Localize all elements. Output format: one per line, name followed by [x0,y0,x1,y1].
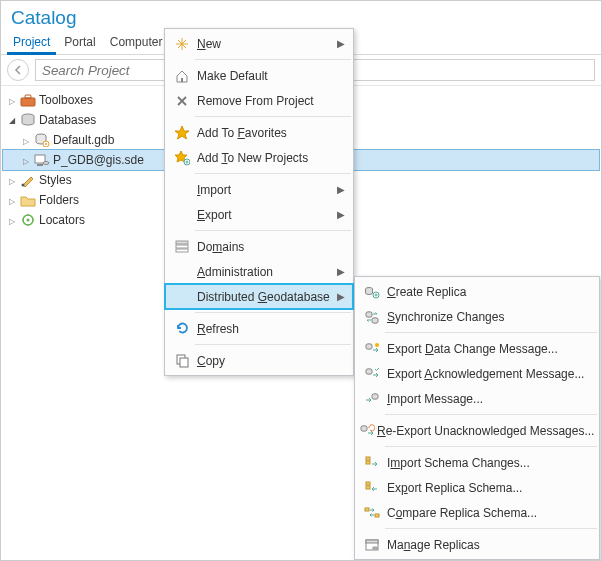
menu-label: Distributed Geodatabase [195,290,337,304]
tab-project[interactable]: Project [7,31,56,54]
chevron-right-icon: ▶ [337,209,345,220]
domains-icon [169,239,195,255]
svg-point-8 [22,184,25,187]
arrow-left-icon [12,64,24,76]
menu-administration[interactable]: Administration ▶ [165,259,353,284]
sync-icon [359,309,385,325]
chevron-right-icon: ▶ [337,291,345,302]
expand-icon[interactable] [19,155,33,166]
submenu-export-data-message[interactable]: Export Data Change Message... [355,336,599,361]
menu-refresh[interactable]: Refresh [165,316,353,341]
import-schema-icon [359,455,385,471]
chevron-right-icon: ▶ [337,38,345,49]
svg-rect-28 [366,461,370,464]
menu-label: Synchronize Changes [385,310,591,324]
menu-add-new-projects[interactable]: Add To New Projects [165,145,353,170]
menu-label: Create Replica [385,285,591,299]
svg-rect-32 [375,514,379,517]
locator-icon [19,213,37,227]
expand-icon[interactable] [5,195,19,206]
submenu-export-schema[interactable]: Export Replica Schema... [355,475,599,500]
tree-label: P_GDB@gis.sde [51,153,144,167]
submenu-import-schema[interactable]: Import Schema Changes... [355,450,599,475]
expand-icon[interactable] [5,215,19,226]
menu-add-favorites[interactable]: Add To Favorites [165,120,353,145]
folder-icon [19,193,37,207]
menu-import[interactable]: Import ▶ [165,177,353,202]
svg-rect-6 [37,164,43,166]
menu-label: Add To Favorites [195,126,345,140]
menu-label: Compare Replica Schema... [385,506,591,520]
separator [195,312,351,313]
expand-icon[interactable] [19,135,33,146]
menu-label: Remove From Project [195,94,345,108]
svg-rect-13 [176,241,188,244]
submenu-create-replica[interactable]: Create Replica [355,279,599,304]
menu-copy[interactable]: Copy [165,348,353,373]
submenu-manage-replicas[interactable]: Manage Replicas [355,532,599,557]
menu-label: Export Replica Schema... [385,481,591,495]
svg-point-7 [43,162,49,165]
export-data-icon [359,341,385,357]
tree-label: Default.gdb [51,133,114,147]
star-icon [169,125,195,141]
separator [385,446,597,447]
database-icon [19,113,37,127]
svg-rect-14 [176,245,188,248]
submenu-reexport[interactable]: Re-Export Unacknowledged Messages... [355,418,599,443]
menu-label: Administration [195,265,337,279]
menu-label: New [195,37,337,51]
tree-label: Locators [37,213,85,227]
reexport-icon [359,423,375,439]
svg-rect-31 [365,508,369,511]
menu-make-default[interactable]: Make Default [165,63,353,88]
submenu-compare-schema[interactable]: Compare Replica Schema... [355,500,599,525]
menu-distributed-geodatabase[interactable]: Distributed Geodatabase ▶ [165,284,353,309]
toolbox-icon [19,93,37,107]
expand-icon[interactable] [5,175,19,186]
menu-export[interactable]: Export ▶ [165,202,353,227]
svg-point-10 [27,219,30,222]
menu-remove[interactable]: Remove From Project [165,88,353,113]
menu-new[interactable]: New ▶ [165,31,353,56]
menu-label: Re-Export Unacknowledged Messages... [375,424,594,438]
svg-point-23 [375,343,379,347]
menu-label: Refresh [195,322,345,336]
tab-computer[interactable]: Computer [104,31,169,54]
separator [385,414,597,415]
styles-icon [19,173,37,187]
back-button[interactable] [7,59,29,81]
refresh-icon [169,321,195,336]
gdb-icon [33,133,51,147]
export-schema-icon [359,480,385,496]
tree-label: Folders [37,193,79,207]
collapse-icon[interactable] [5,115,19,126]
tree-label: Styles [37,173,72,187]
svg-rect-11 [181,78,183,82]
separator [195,344,351,345]
menu-label: Make Default [195,69,345,83]
submenu-import-message[interactable]: Import Message... [355,386,599,411]
submenu-synchronize[interactable]: Synchronize Changes [355,304,599,329]
import-msg-icon [359,391,385,407]
manage-icon [359,537,385,553]
menu-label: Manage Replicas [385,538,591,552]
export-ack-icon [359,366,385,382]
tab-portal[interactable]: Portal [58,31,101,54]
separator [195,59,351,60]
svg-point-35 [373,547,378,549]
tree-label: Toolboxes [37,93,93,107]
submenu-export-ack-message[interactable]: Export Acknowledgement Message... [355,361,599,386]
expand-icon[interactable] [5,95,19,106]
menu-label: Import [195,183,337,197]
svg-rect-15 [176,249,188,252]
compare-schema-icon [359,505,385,521]
menu-label: Import Message... [385,392,591,406]
sde-icon [33,153,51,167]
menu-domains[interactable]: Domains [165,234,353,259]
panel-title: Catalog [1,1,601,31]
svg-rect-1 [25,95,31,98]
menu-label: Add To New Projects [195,151,345,165]
copy-icon [169,353,195,368]
svg-rect-17 [180,358,188,367]
